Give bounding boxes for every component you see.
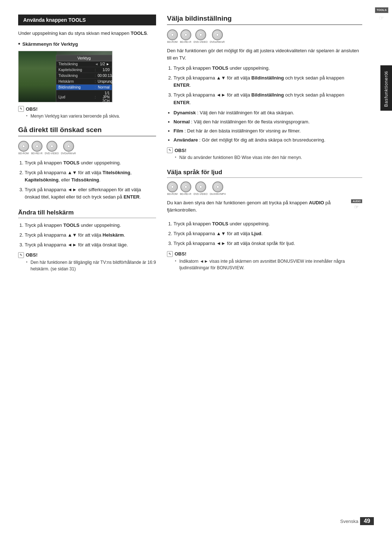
right-column: Välja bildinställning BD-ROM BD-RE/-R <box>167 15 362 279</box>
obs-title-bildinstall: ✎ OBS! <box>167 147 362 153</box>
tools-menu-overlay: Verktyg Titelsökning ◄ 1/2 ► Kapitelsökn… <box>56 55 112 102</box>
section-bildinstall: Välja bildinställning BD-ROM BD-RE/-R <box>167 15 362 161</box>
disc-divx-mv: DivX/MV/MP4 <box>210 181 226 196</box>
obs-title-helskarm: ✎ OBS! <box>18 252 156 258</box>
menu-row-helskarm: Helskärm : Ursprungl. <box>56 79 112 85</box>
screen-menu-image: Verktyg Titelsökning ◄ 1/2 ► Kapitelsökn… <box>18 51 113 102</box>
obs-icon-helskarm: ✎ <box>18 252 24 258</box>
disc-bd-re-rl: BD-RE/-R <box>180 181 191 196</box>
bildinstall-intro: Den här funktionen gör det möjligt för d… <box>167 47 362 62</box>
menu-row-bildinstall: Bildinställning : Normal <box>56 85 112 90</box>
obs-icon-ljud: ✎ <box>167 251 173 257</box>
disc-bd-rom-l: BD-ROM <box>167 181 178 196</box>
obs-content-helskarm: Den här funktionen är tillgänglig när TV… <box>26 259 156 272</box>
chapter-number: 06 <box>384 71 388 75</box>
bullet-film: Film : Det här är den bästa inställninge… <box>173 127 362 135</box>
disc-icons-bildinstall: BD-ROM BD-RE/-R DVD-VIDEO DVD±RW/±R <box>167 29 362 44</box>
left-column: Använda knappen TOOLS Under uppspelning … <box>18 15 156 279</box>
steps-go-direct: Tryck på knappen TOOLS under uppspelning… <box>25 159 156 201</box>
disc-bd-re-r2: BD-RE/-R <box>180 29 191 44</box>
tools-intro: Under uppspelning kan du styra skivan me… <box>18 30 156 37</box>
tools-icon-area: TOOLS ☞ <box>375 7 388 23</box>
step-b3: Tryck på knapparna ◄► för att välja Bild… <box>173 91 362 106</box>
section-tools: Använda knappen TOOLS Under uppspelning … <box>18 15 156 119</box>
steps-ljud: Tryck på knappen TOOLS under uppspelning… <box>173 220 362 247</box>
obs-item-helskarm: Den här funktionen är tillgänglig när TV… <box>26 259 156 272</box>
obs-item-bildinstall: När du använder funktionen BD Wise visas… <box>175 154 362 161</box>
footer-language: Svenska <box>340 519 358 524</box>
disc-dvd-video-r: DVD-VIDEO <box>193 29 208 44</box>
obs-box-bildinstall: ✎ OBS! När du använder funktionen BD Wis… <box>167 147 362 161</box>
step-h1: Tryck på knappen TOOLS under uppspelning… <box>25 222 156 229</box>
section-ljud-header: Välja språk för ljud <box>167 169 362 178</box>
tv-background: Verktyg Titelsökning ◄ 1/2 ► Kapitelsökn… <box>19 51 112 102</box>
obs-content-bildinstall: När du använder funktionen BD Wise visas… <box>175 154 362 161</box>
step-b2: Tryck på knapparna ▲▼ för att välja Bild… <box>173 74 362 89</box>
chapter-label: Basfunktioner <box>384 75 389 107</box>
disc-dvd-rw-r: DVD±RW/±R <box>61 141 76 155</box>
step-2: Tryck på knapparna ▲▼ för att välja Tite… <box>25 169 156 184</box>
obs-box-ljud: ✎ OBS! Indikatorn ◄► visas inte på skärm… <box>167 251 362 271</box>
steps-bildinstall: Tryck på knappen TOOLS under uppspelning… <box>173 65 362 106</box>
page-number: 49 <box>360 517 374 525</box>
disc-icons-go-direct: BD-ROM BD-RE/-R DVD-VIDEO DVD±RW/±R <box>18 141 156 155</box>
tools-hand-icon: ☞ <box>379 14 384 23</box>
audio-label: AUDIO <box>351 199 362 203</box>
section-tools-header: Använda knappen TOOLS <box>18 15 156 25</box>
disc-bd-rom: BD-ROM <box>18 141 29 155</box>
section-helskarm-header: Ändra till helskärm <box>18 209 156 218</box>
obs-content-ljud: Indikatorn ◄► visas inte på skärmen om a… <box>175 258 362 271</box>
section-go-direct: Gå direkt till önskad scen BD-ROM BD-RE/… <box>18 126 156 201</box>
audio-icon-area: AUDIO ☞ <box>351 199 362 210</box>
menu-row-tid: Tidssökning : 00:00:13/01:34:37 <box>56 73 112 79</box>
obs-box-tools: ✎ OBS! Menyn Verktyg kan variera beroend… <box>18 106 156 119</box>
step-h3: Tryck på knapparna ◄► för att välja önsk… <box>25 241 156 249</box>
obs-item-ljud: Indikatorn ◄► visas inte på skärmen om a… <box>175 258 362 271</box>
disc-bd-rom-r: BD-ROM <box>167 29 178 44</box>
step-l3: Tryck på knapparna ◄► för att välja önsk… <box>173 240 362 247</box>
obs-content-tools: Menyn Verktyg kan variera beroende på sk… <box>26 113 156 119</box>
step-h2: Tryck på knapparna ▲▼ för att välja Hels… <box>25 232 156 239</box>
skarm-label: Skärmmenyn för Verktyg <box>18 41 156 47</box>
obs-title-tools: ✎ OBS! <box>18 106 156 112</box>
tools-menu-title: Verktyg <box>56 55 112 61</box>
obs-icon-tools: ✎ <box>18 106 24 112</box>
side-tab: 06 Basfunktioner <box>380 65 392 111</box>
section-ljud: Välja språk för ljud BD-ROM BD-RE/-R <box>167 169 362 271</box>
bullet-normal: Normal : Välj den här inställningen för … <box>173 118 362 126</box>
ljud-intro: Du kan även styra den här funktionen gen… <box>167 199 362 214</box>
menu-row-kapitel: Kapitelsökning : 1/20 <box>56 67 112 73</box>
disc-icons-ljud: BD-ROM BD-RE/-R DVD-VIDEO DivX/MV/M <box>167 181 362 196</box>
steps-helskarm: Tryck på knappen TOOLS under uppspelning… <box>25 222 156 249</box>
step-b1: Tryck på knappen TOOLS under uppspelning… <box>173 65 362 72</box>
step-l1: Tryck på knappen TOOLS under uppspelning… <box>173 220 362 228</box>
menu-row-titel: Titelsökning ◄ 1/2 ► <box>56 61 112 67</box>
bullet-dynamisk: Dynamisk : Välj den här inställningen fö… <box>173 109 362 116</box>
bullet-anvandare: Användare : Gör det möjligt för dig att … <box>173 136 362 144</box>
step-3: Tryck på knapparna ◄► eller sifferknappe… <box>25 186 156 201</box>
menu-row-ljud: Ljud : 1/1 JPN 2CH <box>56 90 112 102</box>
step-1: Tryck på knappen TOOLS under uppspelning… <box>25 159 156 167</box>
disc-dvd-video: DVD-VIDEO <box>45 141 59 155</box>
section-go-direct-header: Gå direkt till önskad scen <box>18 126 156 136</box>
section-bildinstall-header: Välja bildinställning <box>167 15 362 25</box>
section-helskarm: Ändra till helskärm Tryck på knappen TOO… <box>18 209 156 272</box>
ljud-intro-area: AUDIO ☞ Du kan även styra den här funkti… <box>167 199 362 217</box>
bullets-bildinstall: Dynamisk : Välj den här inställningen fö… <box>173 109 362 144</box>
step-l2: Tryck på knapparna ▲▼ för att välja Ljud… <box>173 230 362 237</box>
page-footer: Svenska 49 <box>340 517 374 525</box>
obs-title-ljud: ✎ OBS! <box>167 251 362 257</box>
obs-item: Menyn Verktyg kan variera beroende på sk… <box>26 113 156 119</box>
disc-dvd-video-l: DVD-VIDEO <box>193 181 208 196</box>
disc-bd-re-r: BD-RE/-R <box>31 141 42 155</box>
obs-icon-bildinstall: ✎ <box>167 147 173 153</box>
obs-box-helskarm: ✎ OBS! Den här funktionen är tillgänglig… <box>18 252 156 272</box>
audio-hand-icon: ☞ <box>354 204 359 210</box>
disc-dvd-rw-r2: DVD±RW/±R <box>210 29 225 44</box>
tools-icon-label: TOOLS <box>375 7 388 13</box>
